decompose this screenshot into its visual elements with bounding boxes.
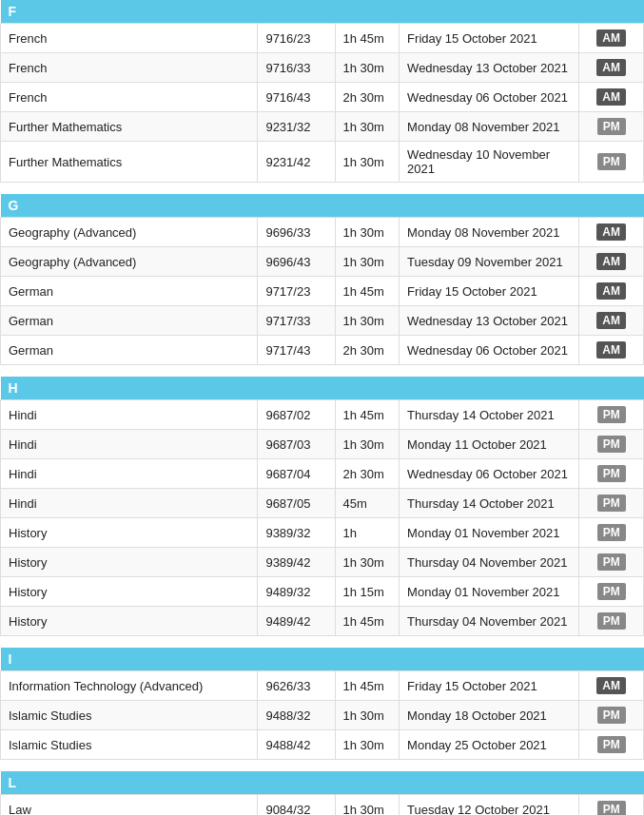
subject-cell: Hindi bbox=[1, 400, 258, 430]
subject-cell: Hindi bbox=[1, 430, 258, 459]
session-badge: PM bbox=[597, 465, 626, 482]
subject-cell: French bbox=[1, 53, 258, 83]
session-cell: AM bbox=[579, 83, 644, 112]
subject-cell: Law bbox=[1, 795, 258, 816]
session-cell: PM bbox=[579, 489, 644, 518]
code-cell: 9687/02 bbox=[258, 400, 335, 430]
table-row: French 9716/33 1h 30m Wednesday 13 Octob… bbox=[1, 53, 644, 83]
session-cell: PM bbox=[579, 518, 644, 548]
subject-cell: French bbox=[1, 83, 258, 112]
duration-cell: 1h 45m bbox=[335, 24, 400, 53]
session-badge: PM bbox=[597, 406, 626, 423]
session-cell: PM bbox=[579, 577, 644, 607]
duration-cell: 2h 30m bbox=[335, 459, 400, 489]
code-cell: 9231/32 bbox=[258, 112, 335, 142]
code-cell: 9389/32 bbox=[258, 518, 335, 548]
session-badge: AM bbox=[596, 677, 626, 694]
date-cell: Friday 15 October 2021 bbox=[400, 277, 579, 306]
date-cell: Tuesday 09 November 2021 bbox=[400, 247, 579, 277]
session-cell: PM bbox=[579, 607, 644, 636]
date-cell: Tuesday 12 October 2021 bbox=[400, 795, 579, 816]
session-cell: AM bbox=[579, 53, 644, 83]
date-cell: Wednesday 06 October 2021 bbox=[400, 459, 579, 489]
date-cell: Thursday 04 November 2021 bbox=[400, 607, 579, 636]
table-row: Islamic Studies 9488/32 1h 30m Monday 18… bbox=[1, 701, 644, 730]
session-badge: AM bbox=[596, 312, 626, 329]
table-row: History 9389/42 1h 30m Thursday 04 Novem… bbox=[1, 548, 644, 577]
session-badge: AM bbox=[596, 253, 626, 270]
date-cell: Monday 01 November 2021 bbox=[400, 577, 579, 607]
date-cell: Thursday 04 November 2021 bbox=[400, 548, 579, 577]
session-badge: PM bbox=[597, 436, 626, 453]
session-badge: AM bbox=[596, 282, 626, 300]
date-cell: Thursday 14 October 2021 bbox=[400, 489, 579, 518]
code-cell: 9687/03 bbox=[258, 430, 335, 459]
session-badge: AM bbox=[596, 88, 626, 106]
subject-cell: History bbox=[1, 548, 258, 577]
session-badge: AM bbox=[596, 59, 626, 76]
date-cell: Monday 01 November 2021 bbox=[400, 518, 579, 548]
session-badge: PM bbox=[597, 524, 626, 541]
session-badge: PM bbox=[597, 612, 626, 630]
table-row: German 9717/33 1h 30m Wednesday 13 Octob… bbox=[1, 306, 644, 336]
session-cell: PM bbox=[579, 430, 644, 459]
code-cell: 9696/33 bbox=[258, 218, 335, 247]
duration-cell: 1h 30m bbox=[335, 112, 400, 142]
section-header-i: I bbox=[1, 648, 644, 671]
session-cell: PM bbox=[579, 730, 644, 760]
session-cell: AM bbox=[579, 218, 644, 247]
table-row: German 9717/43 2h 30m Wednesday 06 Octob… bbox=[1, 336, 644, 365]
session-badge: AM bbox=[596, 223, 626, 241]
code-cell: 9716/23 bbox=[258, 24, 335, 53]
table-row: Hindi 9687/05 45m Thursday 14 October 20… bbox=[1, 489, 644, 518]
session-badge: AM bbox=[596, 341, 626, 359]
code-cell: 9084/32 bbox=[258, 795, 335, 816]
session-badge: PM bbox=[597, 736, 626, 753]
duration-cell: 1h 45m bbox=[335, 607, 400, 636]
subject-cell: Geography (Advanced) bbox=[1, 218, 258, 247]
code-cell: 9389/42 bbox=[258, 548, 335, 577]
duration-cell: 1h 30m bbox=[335, 430, 400, 459]
duration-cell: 1h 30m bbox=[335, 306, 400, 336]
session-cell: PM bbox=[579, 459, 644, 489]
subject-cell: German bbox=[1, 306, 258, 336]
date-cell: Friday 15 October 2021 bbox=[400, 24, 579, 53]
table-row: History 9389/32 1h Monday 01 November 20… bbox=[1, 518, 644, 548]
duration-cell: 1h 45m bbox=[335, 671, 400, 701]
duration-cell: 1h bbox=[335, 518, 400, 548]
code-cell: 9231/42 bbox=[258, 142, 335, 183]
table-row: Geography (Advanced) 9696/33 1h 30m Mond… bbox=[1, 218, 644, 247]
session-badge: PM bbox=[597, 118, 626, 135]
date-cell: Monday 08 November 2021 bbox=[400, 112, 579, 142]
session-badge: PM bbox=[597, 553, 626, 571]
session-badge: AM bbox=[596, 29, 626, 47]
section-header-l: L bbox=[1, 771, 644, 795]
table-row: Hindi 9687/03 1h 30m Monday 11 October 2… bbox=[1, 430, 644, 459]
date-cell: Thursday 14 October 2021 bbox=[400, 400, 579, 430]
table-row: Islamic Studies 9488/42 1h 30m Monday 25… bbox=[1, 730, 644, 760]
duration-cell: 1h 30m bbox=[335, 218, 400, 247]
subject-cell: Hindi bbox=[1, 489, 258, 518]
code-cell: 9489/42 bbox=[258, 607, 335, 636]
code-cell: 9717/43 bbox=[258, 336, 335, 365]
table-row: Law 9084/32 1h 30m Tuesday 12 October 20… bbox=[1, 795, 644, 816]
exam-timetable: F French 9716/23 1h 45m Friday 15 Octobe… bbox=[0, 0, 644, 815]
table-row: Hindi 9687/02 1h 45m Thursday 14 October… bbox=[1, 400, 644, 430]
session-cell: PM bbox=[579, 701, 644, 730]
table-row: French 9716/43 2h 30m Wednesday 06 Octob… bbox=[1, 83, 644, 112]
date-cell: Friday 15 October 2021 bbox=[400, 671, 579, 701]
table-row: History 9489/42 1h 45m Thursday 04 Novem… bbox=[1, 607, 644, 636]
session-cell: AM bbox=[579, 277, 644, 306]
date-cell: Monday 11 October 2021 bbox=[400, 430, 579, 459]
subject-cell: Islamic Studies bbox=[1, 701, 258, 730]
session-badge: PM bbox=[597, 707, 626, 724]
subject-cell: Islamic Studies bbox=[1, 730, 258, 760]
date-cell: Wednesday 06 October 2021 bbox=[400, 83, 579, 112]
subject-cell: Further Mathematics bbox=[1, 112, 258, 142]
session-cell: PM bbox=[579, 142, 644, 183]
duration-cell: 1h 45m bbox=[335, 400, 400, 430]
date-cell: Wednesday 06 October 2021 bbox=[400, 336, 579, 365]
date-cell: Wednesday 13 October 2021 bbox=[400, 306, 579, 336]
date-cell: Wednesday 13 October 2021 bbox=[400, 53, 579, 83]
table-row: Information Technology (Advanced) 9626/3… bbox=[1, 671, 644, 701]
